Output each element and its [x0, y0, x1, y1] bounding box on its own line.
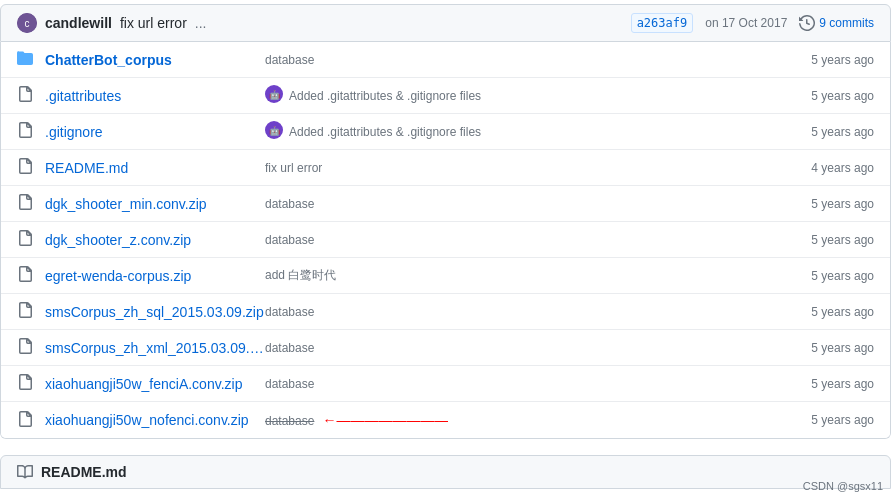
commit-info-text: database [265, 341, 314, 355]
file-age: 5 years ago [784, 305, 874, 319]
file-icon [17, 86, 37, 105]
commit-info: database [265, 377, 784, 391]
svg-text:🤖: 🤖 [269, 89, 281, 101]
commit-info: database [265, 53, 784, 67]
commit-info: database [265, 341, 784, 355]
file-name[interactable]: smsCorpus_zh_sql_2015.03.09.zip [45, 304, 265, 320]
watermark: CSDN @sgsx11 [803, 480, 883, 489]
repo-container: c candlewill fix url error ... a263af9 o… [0, 4, 891, 489]
file-age: 4 years ago [784, 161, 874, 175]
commit-info: add 白鹭时代 [265, 267, 784, 284]
readme-title: README.md [41, 464, 127, 480]
file-age: 5 years ago [784, 413, 874, 427]
table-row: xiaohuangji50w_fenciA.conv.zipdatabase5 … [1, 366, 890, 402]
file-name[interactable]: egret-wenda-corpus.zip [45, 268, 265, 284]
file-table: ChatterBot_corpusdatabase5 years ago.git… [0, 42, 891, 439]
commit-info: 🤖Added .gitattributes & .gitignore files [265, 85, 784, 106]
clock-icon [799, 15, 815, 31]
commit-info-text: database [265, 305, 314, 319]
commit-info-text: database [265, 377, 314, 391]
commit-info-text: database [265, 233, 314, 247]
table-row: dgk_shooter_min.conv.zipdatabase5 years … [1, 186, 890, 222]
file-icon [17, 230, 37, 249]
commit-bar-right: a263af9 on 17 Oct 2017 9 commits [631, 13, 874, 33]
commit-history-link[interactable]: 9 commits [799, 15, 874, 31]
table-row: xiaohuangji50w_nofenci.conv.zipdatabase←… [1, 402, 890, 438]
table-row: ChatterBot_corpusdatabase5 years ago [1, 42, 890, 78]
commit-info: fix url error [265, 161, 784, 175]
file-name[interactable]: .gitignore [45, 124, 265, 140]
table-row: .gitignore🤖Added .gitattributes & .gitig… [1, 114, 890, 150]
commit-info-text: Added .gitattributes & .gitignore files [289, 125, 481, 139]
commit-dots[interactable]: ... [195, 15, 207, 31]
commit-info-text: fix url error [265, 161, 322, 175]
table-row: README.mdfix url error4 years ago [1, 150, 890, 186]
commit-info-text: database [265, 197, 314, 211]
file-age: 5 years ago [784, 53, 874, 67]
commit-info: database←———————— [265, 412, 784, 428]
file-name[interactable]: xiaohuangji50w_fenciA.conv.zip [45, 376, 265, 392]
svg-text:c: c [25, 18, 30, 29]
file-name[interactable]: dgk_shooter_min.conv.zip [45, 196, 265, 212]
table-row: dgk_shooter_z.conv.zipdatabase5 years ag… [1, 222, 890, 258]
file-icon [17, 374, 37, 393]
commit-bar-left: c candlewill fix url error ... [17, 13, 207, 33]
file-icon [17, 266, 37, 285]
avatar: c [17, 13, 37, 33]
file-name[interactable]: smsCorpus_zh_xml_2015.03.09.zip [45, 340, 265, 356]
file-icon [17, 302, 37, 321]
commit-info-text: database←———————— [265, 412, 448, 428]
commit-hash[interactable]: a263af9 [631, 13, 694, 33]
file-age: 5 years ago [784, 269, 874, 283]
file-age: 5 years ago [784, 125, 874, 139]
bot-icon: 🤖 [265, 85, 283, 106]
file-age: 5 years ago [784, 89, 874, 103]
table-row: smsCorpus_zh_sql_2015.03.09.zipdatabase5… [1, 294, 890, 330]
commit-message: fix url error [120, 15, 187, 31]
commit-info: database [265, 197, 784, 211]
table-row: egret-wenda-corpus.zipadd 白鹭时代5 years ag… [1, 258, 890, 294]
readme-bar: README.md [0, 455, 891, 489]
file-icon [17, 194, 37, 213]
file-name[interactable]: dgk_shooter_z.conv.zip [45, 232, 265, 248]
commit-bar: c candlewill fix url error ... a263af9 o… [0, 4, 891, 42]
file-age: 5 years ago [784, 233, 874, 247]
file-icon [17, 122, 37, 141]
file-icon [17, 158, 37, 177]
commit-info-text: add 白鹭时代 [265, 267, 336, 284]
commit-info: database [265, 233, 784, 247]
file-age: 5 years ago [784, 377, 874, 391]
commit-author[interactable]: candlewill [45, 15, 112, 31]
svg-text:🤖: 🤖 [269, 125, 281, 137]
commit-info-text: database [265, 53, 314, 67]
commit-date: on 17 Oct 2017 [705, 16, 787, 30]
file-icon [17, 338, 37, 357]
red-arrow-annotation: ←———————— [322, 412, 448, 428]
commit-info-text: Added .gitattributes & .gitignore files [289, 89, 481, 103]
list-icon [17, 464, 33, 480]
table-row: smsCorpus_zh_xml_2015.03.09.zipdatabase5… [1, 330, 890, 366]
commit-info: database [265, 305, 784, 319]
table-row: .gitattributes🤖Added .gitattributes & .g… [1, 78, 890, 114]
bot-icon: 🤖 [265, 121, 283, 142]
folder-icon [17, 50, 37, 69]
folder-name[interactable]: ChatterBot_corpus [45, 52, 265, 68]
file-age: 5 years ago [784, 197, 874, 211]
file-name[interactable]: xiaohuangji50w_nofenci.conv.zip [45, 412, 265, 428]
file-name[interactable]: README.md [45, 160, 265, 176]
commit-info: 🤖Added .gitattributes & .gitignore files [265, 121, 784, 142]
file-icon [17, 411, 37, 430]
file-name[interactable]: .gitattributes [45, 88, 265, 104]
file-age: 5 years ago [784, 341, 874, 355]
